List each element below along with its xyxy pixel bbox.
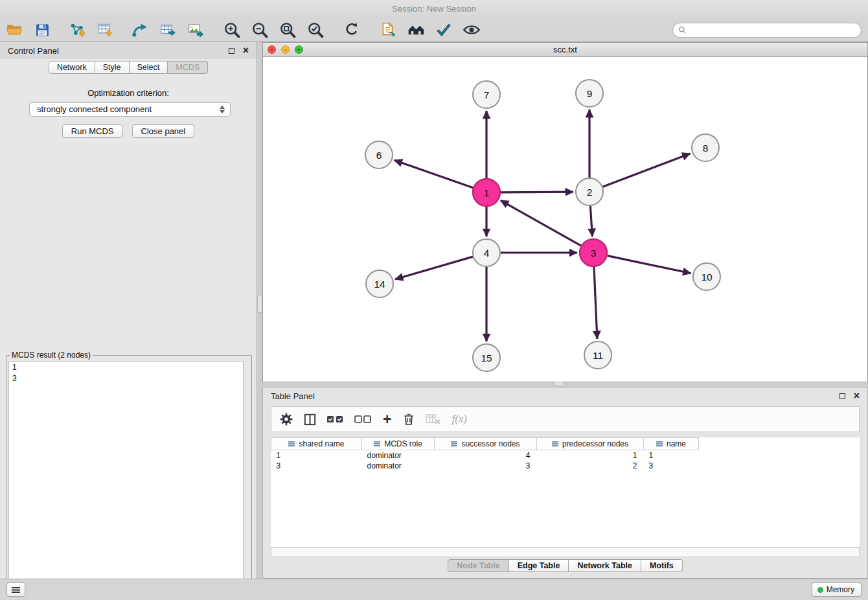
import-network-button[interactable] bbox=[68, 20, 86, 40]
table-cell[interactable]: 1 bbox=[537, 450, 644, 461]
show-columns-button[interactable] bbox=[303, 410, 317, 429]
edge-2-to-8[interactable] bbox=[603, 154, 691, 187]
memory-button[interactable]: Memory bbox=[812, 583, 862, 597]
table-cell[interactable]: 1 bbox=[644, 450, 699, 461]
tab-select[interactable]: Select bbox=[130, 61, 168, 74]
table-cell[interactable]: 2 bbox=[537, 461, 644, 471]
main-toolbar bbox=[0, 18, 868, 42]
zoom-out-button[interactable] bbox=[251, 20, 269, 40]
tab-node-table[interactable]: Node Table bbox=[448, 559, 508, 572]
graph-node-8[interactable]: 8 bbox=[692, 134, 719, 161]
select-all-button[interactable] bbox=[326, 410, 345, 429]
edge-3-to-10[interactable] bbox=[608, 256, 691, 273]
zoom-selected-button[interactable] bbox=[306, 20, 325, 40]
graph-node-6[interactable]: 6 bbox=[365, 141, 393, 168]
graph-node-9[interactable]: 9 bbox=[576, 80, 603, 107]
edge-2-to-3[interactable] bbox=[590, 206, 592, 237]
refresh-icon bbox=[343, 21, 360, 38]
style-check-icon bbox=[435, 21, 452, 38]
first-neighbors-button[interactable] bbox=[407, 20, 425, 40]
edge-4-to-14[interactable] bbox=[395, 257, 473, 279]
delete-table-icon bbox=[425, 412, 442, 426]
deselect-all-button[interactable] bbox=[354, 410, 373, 429]
edge-1-to-6[interactable] bbox=[394, 160, 474, 188]
close-table-panel-button[interactable]: × bbox=[854, 392, 860, 400]
horizontal-splitter-handle[interactable] bbox=[554, 382, 564, 386]
table-settings-button[interactable] bbox=[279, 410, 294, 429]
tab-network-table[interactable]: Network Table bbox=[569, 559, 641, 572]
column-header-predecessor-nodes[interactable]: predecessor nodes bbox=[537, 438, 644, 450]
graph-node-10[interactable]: 10 bbox=[693, 263, 720, 290]
run-mcds-button[interactable]: Run MCDS bbox=[62, 124, 123, 138]
graph-node-15[interactable]: 15 bbox=[473, 344, 500, 371]
edge-3-to-1[interactable] bbox=[501, 200, 581, 246]
edge-3-to-11[interactable] bbox=[594, 267, 597, 339]
graph-node-2[interactable]: 2 bbox=[576, 178, 603, 205]
task-history-button[interactable] bbox=[6, 583, 25, 597]
column-header-successor-nodes[interactable]: successor nodes bbox=[435, 438, 537, 450]
graph-node-4[interactable]: 4 bbox=[473, 239, 500, 266]
svg-text:7: 7 bbox=[484, 89, 490, 100]
tab-edge-table[interactable]: Edge Table bbox=[509, 559, 569, 572]
table-cell[interactable]: 3 bbox=[644, 461, 699, 471]
apply-style-button[interactable] bbox=[435, 20, 453, 40]
float-icon bbox=[229, 48, 234, 54]
table-cell[interactable]: 4 bbox=[435, 450, 537, 461]
optimization-criterion-value: strongly connected component bbox=[37, 104, 152, 114]
graph-node-14[interactable]: 14 bbox=[366, 270, 393, 297]
tab-mcds[interactable]: MCDS bbox=[168, 61, 208, 74]
export-table-button[interactable] bbox=[159, 20, 177, 40]
delete-column-button[interactable] bbox=[401, 410, 417, 429]
column-header-label: name bbox=[667, 439, 686, 448]
table-cell[interactable]: dominator bbox=[362, 461, 435, 471]
graph-node-3[interactable]: 3 bbox=[580, 239, 607, 266]
network-window-titlebar: × − + scc.txt bbox=[263, 43, 867, 57]
vertical-splitter-handle[interactable] bbox=[257, 295, 262, 313]
close-window-button[interactable]: × bbox=[268, 45, 276, 54]
table-cell[interactable]: 3 bbox=[435, 461, 537, 471]
table-cell[interactable]: 3 bbox=[271, 461, 362, 471]
optimization-criterion-select[interactable]: strongly connected component bbox=[29, 102, 231, 117]
copy-style-button[interactable] bbox=[379, 20, 397, 40]
close-control-panel-button[interactable]: × bbox=[243, 47, 249, 54]
floppy-disk-icon bbox=[34, 22, 51, 38]
tab-motifs[interactable]: Motifs bbox=[641, 559, 683, 572]
save-session-button[interactable] bbox=[33, 20, 51, 40]
table-row[interactable]: 1dominator411 bbox=[271, 450, 860, 461]
maximize-window-button[interactable]: + bbox=[295, 45, 303, 54]
zoom-fit-button[interactable] bbox=[279, 20, 297, 40]
export-network-button[interactable] bbox=[131, 20, 149, 40]
graph-node-1[interactable]: 1 bbox=[473, 179, 500, 206]
float-table-panel-button[interactable] bbox=[839, 391, 845, 401]
column-header-name[interactable]: name bbox=[644, 438, 699, 450]
column-header-shared-name[interactable]: shared name bbox=[271, 438, 362, 450]
table-panel-title: Table Panel bbox=[271, 391, 315, 401]
table-toolbar: + f(x) bbox=[271, 406, 860, 432]
add-column-button[interactable]: + bbox=[382, 410, 393, 429]
search-input[interactable] bbox=[690, 26, 856, 35]
table-cell[interactable]: 1 bbox=[271, 450, 362, 461]
mcds-result-text[interactable]: 1 3 bbox=[8, 361, 244, 589]
table-scrollbar-track[interactable] bbox=[271, 547, 860, 557]
apply-layout-button[interactable] bbox=[343, 20, 361, 40]
table-row[interactable]: 3dominator323 bbox=[271, 461, 860, 471]
tab-style[interactable]: Style bbox=[95, 61, 130, 74]
table-tabs: Node TableEdge TableNetwork TableMotifs bbox=[263, 559, 867, 572]
float-panel-button[interactable] bbox=[229, 46, 234, 56]
zoom-in-button[interactable] bbox=[223, 20, 241, 40]
network-canvas[interactable]: 7968124314101511 bbox=[263, 57, 867, 382]
table-panel: Table Panel × bbox=[262, 387, 868, 579]
show-graphics-details-button[interactable] bbox=[463, 20, 481, 40]
graph-node-11[interactable]: 11 bbox=[584, 341, 611, 369]
edge-1-to-2[interactable] bbox=[501, 192, 573, 192]
import-table-button[interactable] bbox=[96, 20, 114, 40]
svg-text:15: 15 bbox=[481, 352, 492, 363]
tab-network[interactable]: Network bbox=[49, 61, 95, 74]
close-panel-button[interactable]: Close panel bbox=[132, 124, 195, 138]
export-image-button[interactable] bbox=[187, 20, 205, 40]
graph-node-7[interactable]: 7 bbox=[473, 81, 500, 108]
column-header-mcds-role[interactable]: MCDS role bbox=[362, 438, 435, 450]
open-session-button[interactable] bbox=[5, 20, 23, 40]
table-cell[interactable]: dominator bbox=[362, 450, 435, 461]
minimize-window-button[interactable]: − bbox=[281, 45, 290, 54]
